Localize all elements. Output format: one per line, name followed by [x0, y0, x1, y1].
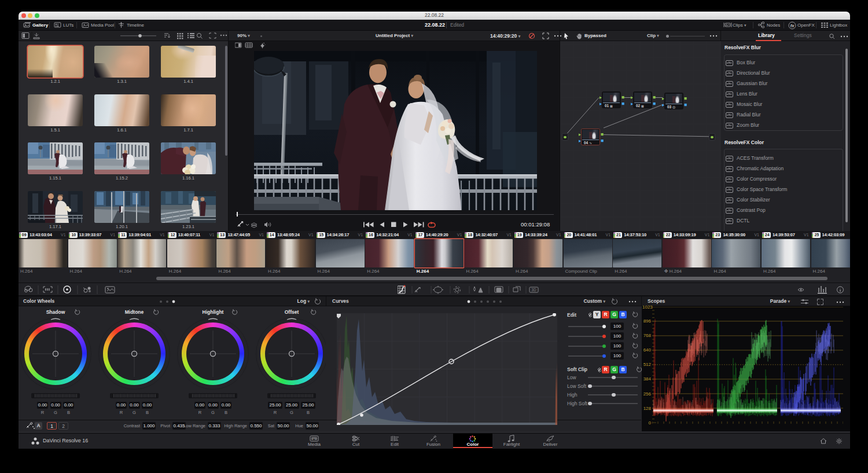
- svg-text:fx: fx: [790, 23, 795, 28]
- svg-text:3D: 3D: [531, 288, 536, 292]
